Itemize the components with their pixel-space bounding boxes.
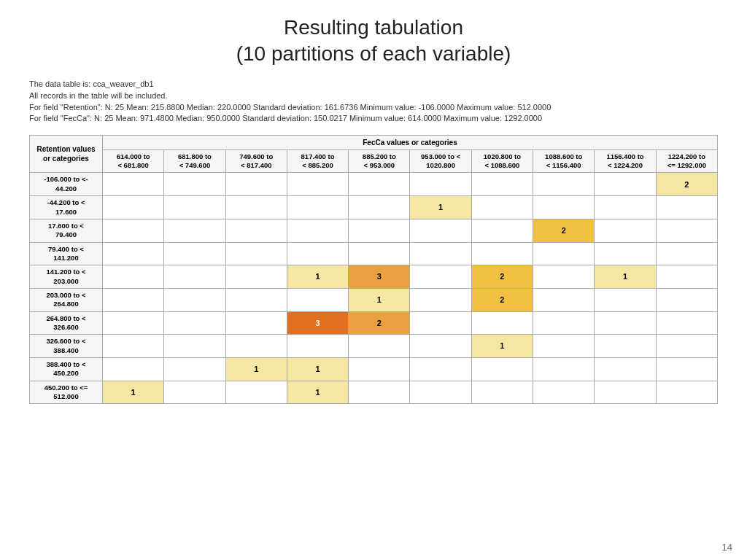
row-label-0: -106.000 to <-44.200 bbox=[30, 173, 103, 196]
cell-r4-c1 bbox=[164, 265, 225, 289]
table-row: 450.200 to <=512.00011 bbox=[30, 381, 718, 404]
cell-r2-c0 bbox=[103, 219, 164, 242]
table-row: 79.400 to <141.200 bbox=[30, 242, 718, 265]
cell-r8-c1 bbox=[164, 357, 225, 381]
cell-r1-c4 bbox=[349, 196, 410, 219]
cell-r6-c6 bbox=[471, 311, 533, 335]
fecca-header: FecCa values or categories bbox=[103, 135, 718, 149]
cell-r9-c0: 1 bbox=[103, 381, 164, 404]
cell-r8-c4 bbox=[349, 357, 410, 381]
cell-r9-c1 bbox=[164, 381, 225, 404]
cell-r5-c2 bbox=[225, 288, 287, 311]
cell-r1-c8 bbox=[595, 196, 656, 219]
cell-r2-c6 bbox=[471, 219, 533, 242]
cell-r2-c8 bbox=[595, 219, 656, 242]
cell-r5-c8 bbox=[595, 288, 656, 311]
cell-r0-c6 bbox=[471, 173, 533, 196]
cell-r6-c3: 3 bbox=[287, 311, 348, 335]
cell-r7-c2 bbox=[225, 335, 287, 358]
cell-r5-c9 bbox=[656, 288, 717, 311]
table-row: 141.200 to <203.0001321 bbox=[30, 265, 718, 289]
cell-r0-c7 bbox=[533, 173, 595, 196]
row-label-7: 326.600 to <388.400 bbox=[30, 335, 103, 358]
cell-r0-c0 bbox=[103, 173, 164, 196]
table-row: 17.600 to <79.4002 bbox=[30, 219, 718, 242]
cell-r3-c0 bbox=[103, 242, 164, 265]
cell-r0-c3 bbox=[287, 173, 348, 196]
cross-tabulation-table: Retention values or categories FecCa val… bbox=[29, 135, 718, 405]
cell-r2-c1 bbox=[164, 219, 225, 242]
row-header-label: Retention values or categories bbox=[30, 135, 103, 173]
cell-r1-c7 bbox=[533, 196, 595, 219]
cell-r3-c5 bbox=[410, 242, 471, 265]
cell-r3-c7 bbox=[533, 242, 595, 265]
cell-r1-c5: 1 bbox=[410, 196, 471, 219]
cell-r3-c2 bbox=[225, 242, 287, 265]
cell-r5-c6: 2 bbox=[471, 288, 533, 311]
cell-r6-c7 bbox=[533, 311, 595, 335]
col-headers-row: 614.000 to< 681.800681.800 to< 749.60074… bbox=[30, 149, 718, 173]
cell-r4-c3: 1 bbox=[287, 265, 348, 289]
records-note: All records in the table will be include… bbox=[29, 91, 718, 100]
cell-r8-c3: 1 bbox=[287, 357, 348, 381]
cell-r3-c3 bbox=[287, 242, 348, 265]
cell-r9-c8 bbox=[595, 381, 656, 404]
cell-r0-c8 bbox=[595, 173, 656, 196]
cell-r7-c1 bbox=[164, 335, 225, 358]
cell-r8-c7 bbox=[533, 357, 595, 381]
table-row: 326.600 to <388.4001 bbox=[30, 335, 718, 358]
cell-r9-c4 bbox=[349, 381, 410, 404]
row-label-6: 264.800 to <326.600 bbox=[30, 311, 103, 335]
cell-r7-c4 bbox=[349, 335, 410, 358]
cell-r6-c2 bbox=[225, 311, 287, 335]
cell-r8-c8 bbox=[595, 357, 656, 381]
cell-r0-c9: 2 bbox=[656, 173, 717, 196]
cell-r4-c6: 2 bbox=[471, 265, 533, 289]
cell-r4-c5 bbox=[410, 265, 471, 289]
cell-r7-c5 bbox=[410, 335, 471, 358]
cell-r0-c5 bbox=[410, 173, 471, 196]
cell-r7-c8 bbox=[595, 335, 656, 358]
cell-r5-c1 bbox=[164, 288, 225, 311]
row-label-5: 203.000 to <264.800 bbox=[30, 288, 103, 311]
cell-r2-c3 bbox=[287, 219, 348, 242]
table-row: 388.400 to <450.20011 bbox=[30, 357, 718, 381]
cell-r6-c5 bbox=[410, 311, 471, 335]
cell-r5-c4: 1 bbox=[349, 288, 410, 311]
fecca-stats: For field "FecCa": N: 25 Mean: 971.4800 … bbox=[29, 114, 718, 122]
row-label-1: -44.200 to <17.600 bbox=[30, 196, 103, 219]
cell-r9-c7 bbox=[533, 381, 595, 404]
cell-r5-c5 bbox=[410, 288, 471, 311]
col-header-4: 885.200 to< 953.000 bbox=[349, 149, 410, 173]
cell-r7-c3 bbox=[287, 335, 348, 358]
cell-r8-c6 bbox=[471, 357, 533, 381]
cell-r2-c7: 2 bbox=[533, 219, 595, 242]
cell-r1-c0 bbox=[103, 196, 164, 219]
cell-r2-c9 bbox=[656, 219, 717, 242]
slide-page: Resulting tabulation (10 partitions of e… bbox=[0, 0, 747, 560]
cell-r4-c4: 3 bbox=[349, 265, 410, 289]
cell-r5-c3 bbox=[287, 288, 348, 311]
cell-r7-c6: 1 bbox=[471, 335, 533, 358]
page-number: 14 bbox=[722, 542, 732, 553]
col-header-5: 953.000 to <1020.800 bbox=[410, 149, 471, 173]
col-header-6: 1020.800 to< 1088.600 bbox=[471, 149, 533, 173]
cell-r2-c4 bbox=[349, 219, 410, 242]
cell-r4-c7 bbox=[533, 265, 595, 289]
cell-r3-c8 bbox=[595, 242, 656, 265]
cell-r1-c9 bbox=[656, 196, 717, 219]
cell-r8-c0 bbox=[103, 357, 164, 381]
cell-r3-c1 bbox=[164, 242, 225, 265]
col-header-8: 1156.400 to< 1224.200 bbox=[595, 149, 656, 173]
cell-r3-c9 bbox=[656, 242, 717, 265]
row-label-2: 17.600 to <79.400 bbox=[30, 219, 103, 242]
table-row: -44.200 to <17.6001 bbox=[30, 196, 718, 219]
cell-r1-c3 bbox=[287, 196, 348, 219]
cell-r9-c9 bbox=[656, 381, 717, 404]
cell-r6-c9 bbox=[656, 311, 717, 335]
cell-r6-c0 bbox=[103, 311, 164, 335]
table-row: 264.800 to <326.60032 bbox=[30, 311, 718, 335]
cell-r4-c2 bbox=[225, 265, 287, 289]
row-label-3: 79.400 to <141.200 bbox=[30, 242, 103, 265]
row-label-8: 388.400 to <450.200 bbox=[30, 357, 103, 381]
